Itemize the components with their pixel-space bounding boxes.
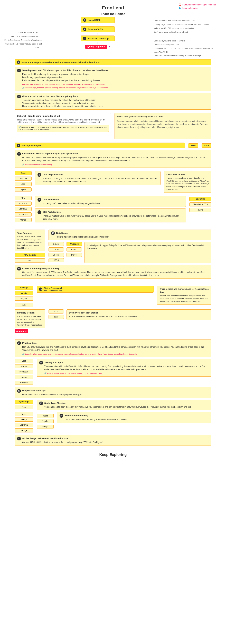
step18-box: 18 Static Type Checkers You don't need t… <box>37 400 212 410</box>
suitcss-box[interactable]: SUITCSS <box>14 212 31 216</box>
divider-2 <box>11 282 215 282</box>
gulp-box[interactable]: Gulp <box>14 258 45 262</box>
rollup-box[interactable]: Rollup <box>66 248 82 252</box>
optional-note-text: Don't be scared of git, it is easiest of… <box>18 126 107 130</box>
ngrx-box[interactable]: ngrx <box>48 315 64 319</box>
parcel-box[interactable]: Parcel <box>66 253 82 257</box>
step15-link[interactable]: 🔗 Learn how to measure and improve the p… <box>22 352 209 356</box>
yarn-box[interactable]: Yarn <box>202 144 212 148</box>
mocha-box[interactable]: Mocha <box>14 364 33 368</box>
npm-box[interactable]: NPM <box>188 144 198 148</box>
step-html[interactable]: 1 Learn HTML <box>81 17 115 23</box>
bulma-box[interactable]: Bulma <box>189 208 212 212</box>
optional-body: This part is optional, I added it here b… <box>17 118 109 123</box>
bundlers-list: Webpack Rollup Parcel <box>66 242 82 263</box>
roadmap-container: Learn the Basics Learn the basics of CSS… <box>4 12 222 460</box>
ssr-list-left: Next.js After.js Universal Nuxt.js <box>14 412 33 433</box>
angular-label: Angular <box>20 297 27 300</box>
step13-box: 13 Create something – Maybe a library Co… <box>14 265 212 279</box>
step13-row: 13 Create something – Maybe a library Co… <box>14 265 212 279</box>
npm-scripts-box[interactable]: NPM Scripts <box>14 253 45 257</box>
eslint-box[interactable]: ESLint <box>48 242 64 246</box>
step7-box[interactable]: 7 Package Managers <box>14 142 185 148</box>
honorary-title: Honorary Mention! <box>17 311 43 314</box>
step19-section: Next.js After.js Universal Nuxt.js React… <box>14 412 212 433</box>
protractor-box[interactable]: Protractor <box>14 370 33 374</box>
step6-row: 6 Give yourself a pat on the back. You a… <box>14 93 212 110</box>
typescript-box[interactable]: TypeScript <box>14 400 33 404</box>
step5-item-3: Refactor any of the code or implement th… <box>22 79 110 82</box>
step8-link[interactable]: 🔗 Read about semantic versioning <box>22 163 209 166</box>
left-hint-1: Learn the basics of CSS . . . <box>4 31 42 34</box>
bootstrap-label: Bootstrap <box>196 198 205 200</box>
step-css[interactable]: 2 Basics of CSS <box>81 26 115 32</box>
jslint-box[interactable]: JSLint <box>48 248 64 252</box>
optional-note-icon: 🔗 <box>18 126 21 128</box>
gulp-label: Gulp <box>28 259 32 262</box>
nuxtjs-box[interactable]: Nuxt.js <box>14 428 33 432</box>
bem-box[interactable]: BEM <box>14 196 31 200</box>
step12-body: Tools to help you in the building/bundli… <box>56 235 109 238</box>
sass-box[interactable]: Sass <box>14 171 31 175</box>
step9-label: CSS Preprocessors <box>43 173 158 176</box>
step6-header: 6 Give yourself a pat on the back. You a… <box>17 95 209 108</box>
step8-body: Go ahead and install some external libra… <box>22 156 209 162</box>
step7-label: Package Managers <box>21 144 41 147</box>
sass-note-body: I would recommend you to learn Sass for … <box>167 177 209 191</box>
vuex-box[interactable]: vuex <box>14 303 33 307</box>
twitter-link[interactable]: 🐦 kamranahmedse <box>179 7 216 10</box>
jquery-badge: jQuery – Optional <box>85 45 107 48</box>
left-hint-3: Media Queries and Responsive Websites . … <box>4 38 42 42</box>
bootstrap-box[interactable]: Bootstrap <box>189 197 212 201</box>
step10-body: You really don't need to learn any but s… <box>43 202 100 205</box>
jscs-box[interactable]: JSCS <box>48 258 64 262</box>
webpack-box[interactable]: Webpack <box>66 242 82 246</box>
vuejs-ssr-box[interactable]: Vue.js <box>37 425 54 429</box>
nextjs-box[interactable]: Next.js <box>14 412 33 416</box>
reactjs-box[interactable]: React.js <box>14 286 33 290</box>
stylus-box[interactable]: Stylus <box>14 188 31 192</box>
step4-box[interactable]: 4 Make some responsive website and add s… <box>14 59 212 65</box>
karma-box[interactable]: Karma <box>14 375 33 379</box>
jest-box[interactable]: Jest <box>14 359 33 363</box>
step12-label: Build tools <box>56 232 109 235</box>
left-hints: Learn the basics of CSS . . . Learn how … <box>4 17 42 50</box>
step14-section: React.js Vue.js Angular vuex 14 <box>14 286 212 308</box>
step-js[interactable]: 3 Basics of JavaScript <box>81 36 115 41</box>
less-box[interactable]: Less <box>14 182 31 186</box>
step-num-3: 3 <box>83 37 86 40</box>
suitcss-label: SUITCSS <box>19 213 27 216</box>
step16-link[interactable]: 🔗 Here is a good summary to get you star… <box>44 372 209 375</box>
smacss-box[interactable]: SMACSS <box>14 207 31 211</box>
jquery-row: jQuery – Optional ● <box>85 45 110 48</box>
step19-area: 19 Server Side Rendering Learn about ser… <box>57 412 212 423</box>
step-num-18: 18 <box>39 402 43 405</box>
angular-box[interactable]: Angular <box>14 296 33 300</box>
jshint-box[interactable]: JSHint <box>48 253 64 257</box>
react-ssr-box[interactable]: React <box>37 414 54 418</box>
rxjs-box[interactable]: Rx.js <box>48 310 64 314</box>
linters-bundlers-row: ESLint JSLint JSHint JSCS Webpack Rollup… <box>48 242 212 263</box>
enzyme-box[interactable]: Enzyme <box>14 380 33 385</box>
github-link[interactable]: ⭕ kamranahmedse/developer-roadmap <box>179 4 216 6</box>
angular-ssr-box[interactable]: Angular <box>37 419 54 423</box>
universal-box[interactable]: Universal <box>14 423 33 427</box>
flow-box[interactable]: Flow <box>14 405 33 409</box>
step12-header: 12 Build tools Tools to help you in the … <box>51 232 209 238</box>
step14-box[interactable]: 14 Pick a Framework React, Angular or Vu… <box>37 286 154 292</box>
header: ⭕ kamranahmedse/developer-roadmap 🐦 kamr… <box>0 2 226 12</box>
step-num-14: 14 <box>39 288 42 291</box>
atomic-box[interactable]: Atomic <box>14 218 31 222</box>
step8-box: 8 Install some external dependency in yo… <box>14 150 212 168</box>
afterjs-box[interactable]: After.js <box>14 418 33 422</box>
oocss-box[interactable]: OOCSS <box>14 202 31 206</box>
webpack-note-box: Use Webpack for apps, Rollup for librari… <box>84 242 212 263</box>
js-hint-4: Learn Ajax (XHR) <box>154 50 222 54</box>
step5-link[interactable]: Link this repo, tell them you are learni… <box>22 83 110 86</box>
materialize-box[interactable]: Materialize CSS <box>189 202 212 206</box>
step4-label: Make some responsive website and add som… <box>21 61 100 64</box>
vuejs-box[interactable]: Vue.js <box>14 291 33 295</box>
step5-link-text[interactable]: 🔗 Link this repo, tell them you are lear… <box>22 86 110 89</box>
postcss-box[interactable]: PostCSS <box>14 176 31 181</box>
social-links: ⭕ kamranahmedse/developer-roadmap 🐦 kamr… <box>179 4 216 10</box>
